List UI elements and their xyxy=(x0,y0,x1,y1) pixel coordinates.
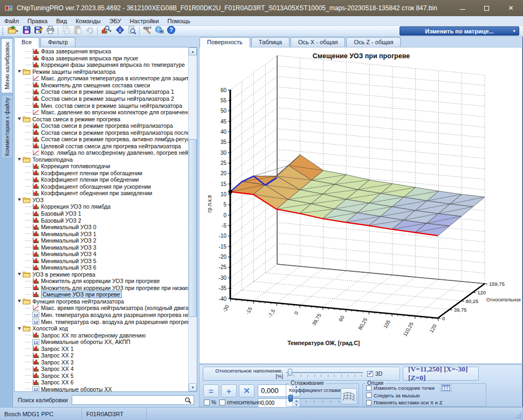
tree-item[interactable]: Макс. давление во впускном коллекторе дл… xyxy=(15,109,188,116)
set-value-button[interactable]: = xyxy=(203,384,219,397)
minimize-button[interactable] xyxy=(450,0,474,16)
scrollbar-thumb[interactable] xyxy=(189,139,197,317)
tree-item[interactable]: Состав смеси в режиме защиты нейтрализат… xyxy=(15,95,188,102)
zoom-page-button[interactable] xyxy=(126,26,137,36)
tree-item[interactable]: Корр. лямбда по атмосферному давлению, п… xyxy=(15,149,188,156)
tree-item[interactable]: 12Мин. температура окр. воздуха для разр… xyxy=(15,318,188,325)
tree-item[interactable]: Запрос ХХ 4 xyxy=(15,366,188,373)
tree-item[interactable]: Базовый УОЗ 2 xyxy=(15,217,188,224)
menu-item-ecu[interactable]: ЭБУ xyxy=(105,17,126,25)
edit-by-matrix-button[interactable]: Изменить по матрице... ▼ xyxy=(400,26,519,36)
tab-table[interactable]: Таблица xyxy=(251,37,290,47)
resize-grip[interactable] xyxy=(515,412,522,419)
checkbox-relative[interactable] xyxy=(219,400,225,405)
smoothing-slider[interactable] xyxy=(288,395,340,404)
tree-item[interactable]: Состав смеси в режиме защиты нейтрализат… xyxy=(15,88,188,95)
close-button[interactable]: ✕ xyxy=(499,0,523,16)
menu-item-view[interactable]: Вид xyxy=(52,17,71,25)
expand-arrow-icon[interactable] xyxy=(18,70,21,73)
tree-item[interactable]: 12Мин. температура воздуха для разрешени… xyxy=(15,312,188,319)
toolbar-grip[interactable] xyxy=(2,27,5,35)
tree-item[interactable]: Состав смеси в режиме прогрева нейтрализ… xyxy=(15,122,188,129)
neighbor-points-button[interactable] xyxy=(440,384,452,392)
tree-item[interactable]: Базовый УОЗ 1 xyxy=(15,210,188,217)
slider-thumb[interactable] xyxy=(288,395,293,402)
expand-arrow-icon[interactable] xyxy=(18,158,21,161)
search-input[interactable] xyxy=(72,395,194,405)
expand-arrow-icon[interactable] xyxy=(18,300,21,302)
print-button[interactable] xyxy=(44,26,56,36)
save-button[interactable] xyxy=(20,26,32,36)
tree-item[interactable]: 12Минимальные обороты ХХ, АКПП xyxy=(15,339,188,346)
sidetab-calibration-menu[interactable]: Меню калибровок xyxy=(1,38,12,93)
tree-folder[interactable]: Состав смеси в режиме прогрева xyxy=(15,115,188,122)
add-value-button[interactable]: + xyxy=(221,384,237,397)
slider-thumb[interactable] xyxy=(288,369,292,376)
tree-item[interactable]: 12Минимальные обороты ХХ xyxy=(15,386,188,391)
checkbox-3d[interactable] xyxy=(367,371,373,377)
tree-item[interactable]: Состав смеси в режиме прогрева нейтрализ… xyxy=(15,129,188,136)
tree-item[interactable]: Минимальный УОЗ 4 xyxy=(15,251,188,258)
info-button[interactable]: i xyxy=(114,26,126,36)
tree-folder[interactable]: УОЗ xyxy=(15,197,188,204)
tree-item[interactable]: Минимальный УОЗ 0 xyxy=(15,224,188,231)
tree-item[interactable]: Коррекция фазы завершения впрыска по тем… xyxy=(15,61,188,68)
tree-item[interactable]: Множитель для коррекции УОЗ при прогреве… xyxy=(15,285,188,292)
tab-surface[interactable]: Поверхность xyxy=(199,37,250,47)
apply-smoothing-button[interactable] xyxy=(341,388,357,404)
checkbox-percent[interactable] xyxy=(204,400,210,405)
menu-item-edit[interactable]: Правка xyxy=(23,17,52,25)
save-as-button[interactable] xyxy=(32,26,44,36)
tree-folder[interactable]: УОЗ в режиме прогрева xyxy=(15,271,188,278)
tree-item[interactable]: Запрос ХХ по атмосферному давлению xyxy=(15,332,188,339)
tree-item[interactable]: Макс. допустимая температура в коллектор… xyxy=(15,75,188,82)
tree-item[interactable]: Коэффициент обеднения при замедлении xyxy=(15,190,188,197)
option-checkbox[interactable] xyxy=(366,400,371,405)
sidetab-file-comments[interactable]: Комментарии к файлу xyxy=(1,95,12,159)
tree-item[interactable]: Целевой состав смеси для прогрева нейтра… xyxy=(15,142,188,149)
tab-axis-x[interactable]: Ось X - общая xyxy=(291,37,346,47)
tree-item[interactable]: Коррекция топливоподачи xyxy=(15,163,188,170)
tree-item[interactable]: Макс. время прогрева нейтрализатора (хол… xyxy=(15,305,188,312)
option-checkbox[interactable] xyxy=(366,385,371,391)
tree-item[interactable]: Коррекция УОЗ по лямбда xyxy=(15,203,188,210)
tree-item[interactable]: Фаза завершения впрыска при пуске xyxy=(15,55,188,62)
tree-scrollbar[interactable]: ▲ ▼ xyxy=(188,47,197,391)
tab-axis-z[interactable]: Ось Z - общая xyxy=(346,37,401,47)
tree-item[interactable]: Минимальный УОЗ 3 xyxy=(15,244,188,251)
tree-item[interactable]: Фаза завершения впрыска xyxy=(15,48,188,55)
expand-arrow-icon[interactable] xyxy=(18,327,21,330)
tree-item[interactable]: Минимальный УОЗ 2 xyxy=(15,237,188,244)
tree-item[interactable]: Коэффициент пленки при обеднении xyxy=(15,176,188,183)
scroll-down-icon[interactable]: ▼ xyxy=(189,383,197,391)
expand-arrow-icon[interactable] xyxy=(18,273,21,276)
tree-item[interactable]: Запрос ХХ 5 xyxy=(15,373,188,380)
tree-item[interactable]: Запрос ХХ 3 xyxy=(15,359,188,366)
tab-filter[interactable]: Фильтр xyxy=(40,37,75,47)
menu-item-settings[interactable]: Настройки xyxy=(126,17,163,25)
surface-chart[interactable]: -40-35-30-25-20-15-10-505101520253035404… xyxy=(199,47,522,363)
tree-item[interactable]: Минимальный УОЗ 1 xyxy=(15,230,188,237)
tools-button[interactable] xyxy=(141,26,153,36)
menu-item-help[interactable]: Помощь xyxy=(163,17,195,25)
tree-item[interactable]: Коэффициент обогащения при ускорении xyxy=(15,183,188,190)
scroll-up-icon[interactable]: ▲ xyxy=(189,47,197,56)
expand-arrow-icon[interactable] xyxy=(18,198,21,201)
tree-item[interactable]: Запрос ХХ 1 xyxy=(15,345,188,352)
tree-folder[interactable]: Функция прогрева нейтрализатора xyxy=(15,298,188,305)
tree-folder[interactable]: Режим защиты нейтрализатора xyxy=(15,68,188,75)
relative-fill-slider[interactable] xyxy=(286,369,363,378)
tree-item[interactable]: Запрос ХХ 6 xyxy=(15,379,188,386)
tree-item[interactable]: Смещение УОЗ при прогреве xyxy=(15,291,188,298)
tree-item[interactable]: Мин. состав смеси в режиме защиты нейтра… xyxy=(15,102,188,109)
tree-item[interactable]: Множитель для коррекции УОЗ при прогреве xyxy=(15,278,188,285)
menu-item-commands[interactable]: Команды xyxy=(71,17,105,25)
menu-item-file[interactable]: Файл xyxy=(0,17,23,25)
expand-arrow-icon[interactable] xyxy=(18,118,21,120)
option-checkbox[interactable] xyxy=(366,393,371,398)
tree-item[interactable]: Множитель для смещения состава смеси xyxy=(15,82,188,89)
maximize-button[interactable] xyxy=(474,0,499,16)
globe-button[interactable] xyxy=(153,26,165,36)
tree-folder[interactable]: Холостой ход xyxy=(15,325,188,332)
help-button[interactable]: ? xyxy=(165,26,177,36)
